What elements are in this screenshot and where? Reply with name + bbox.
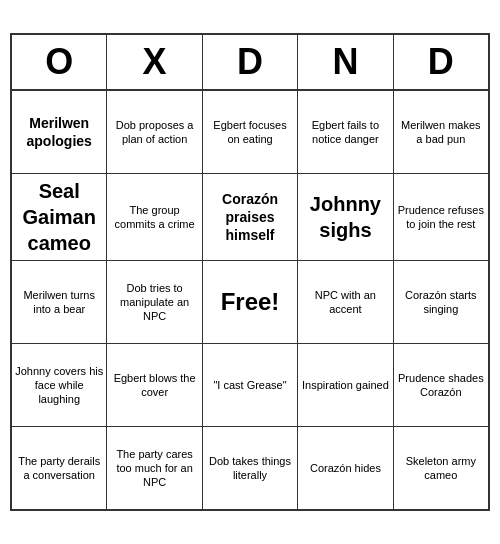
cell-3-2[interactable]: "I cast Grease" [203,344,298,426]
cell-2-2[interactable]: Free! [203,261,298,343]
cell-1-2[interactable]: Corazón praises himself [203,174,298,260]
cell-2-1[interactable]: Dob tries to manipulate an NPC [107,261,202,343]
cell-3-0[interactable]: Johnny covers his face while laughing [12,344,107,426]
grid-row-4: The party derails a conversationThe part… [12,427,488,509]
cell-2-0[interactable]: Merilwen turns into a bear [12,261,107,343]
header-letter-n-3: N [298,35,393,89]
cell-3-3[interactable]: Inspiration gained [298,344,393,426]
cell-4-3[interactable]: Corazón hides [298,427,393,509]
cell-1-1[interactable]: The group commits a crime [107,174,202,260]
header-letter-d-2: D [203,35,298,89]
cell-3-4[interactable]: Prudence shades Corazón [394,344,488,426]
header-letter-o-0: O [12,35,107,89]
cell-4-1[interactable]: The party cares too much for an NPC [107,427,202,509]
cell-1-0[interactable]: Seal Gaiman cameo [12,174,107,260]
cell-1-3[interactable]: Johnny sighs [298,174,393,260]
grid-row-3: Johnny covers his face while laughingEgb… [12,344,488,427]
cell-4-4[interactable]: Skeleton army cameo [394,427,488,509]
header-row: OXDND [12,35,488,91]
cell-1-4[interactable]: Prudence refuses to join the rest [394,174,488,260]
cell-0-4[interactable]: Merilwen makes a bad pun [394,91,488,173]
bingo-card: OXDND Merilwen apologiesDob proposes a p… [10,33,490,511]
cell-0-0[interactable]: Merilwen apologies [12,91,107,173]
header-letter-d-4: D [394,35,488,89]
grid-row-2: Merilwen turns into a bearDob tries to m… [12,261,488,344]
cell-0-3[interactable]: Egbert fails to notice danger [298,91,393,173]
cell-2-3[interactable]: NPC with an accent [298,261,393,343]
header-letter-x-1: X [107,35,202,89]
cell-0-1[interactable]: Dob proposes a plan of action [107,91,202,173]
grid: Merilwen apologiesDob proposes a plan of… [12,91,488,509]
grid-row-1: Seal Gaiman cameoThe group commits a cri… [12,174,488,261]
cell-4-0[interactable]: The party derails a conversation [12,427,107,509]
cell-2-4[interactable]: Corazón starts singing [394,261,488,343]
cell-0-2[interactable]: Egbert focuses on eating [203,91,298,173]
cell-3-1[interactable]: Egbert blows the cover [107,344,202,426]
cell-4-2[interactable]: Dob takes things literally [203,427,298,509]
grid-row-0: Merilwen apologiesDob proposes a plan of… [12,91,488,174]
